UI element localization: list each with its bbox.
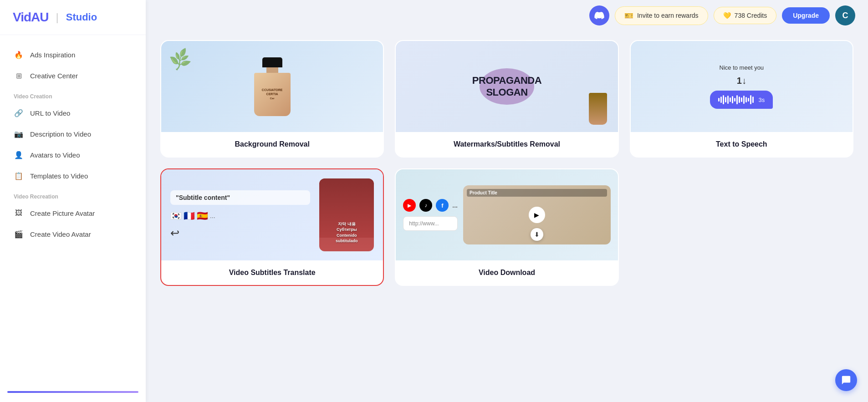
sidebar-accent-bar <box>7 391 138 393</box>
upgrade-button[interactable]: Upgrade <box>782 7 830 24</box>
video-avatar-icon: 🎬 <box>14 229 24 239</box>
discord-button[interactable] <box>589 5 609 25</box>
sidebar-item-label: Create Picture Avatar <box>30 209 95 217</box>
section-label-video-recreation: Video Recreation <box>7 186 138 203</box>
sidebar-item-label: URL to Video <box>30 109 70 117</box>
download-icon: ⬇ <box>531 228 543 241</box>
header: 🎫 Invite to earn rewards 💛 738 Credits U… <box>146 0 868 31</box>
tiktok-icon: ♪ <box>419 199 432 212</box>
tts-waveform <box>718 95 754 104</box>
sidebar-item-label: Avatars to Video <box>30 151 80 159</box>
credits-button[interactable]: 💛 738 Credits <box>714 7 777 24</box>
card-text-to-speech[interactable]: Nice to meet you 1↓ <box>630 40 853 158</box>
sidebar-item-creative-center[interactable]: ⊞ Creative Center <box>7 65 138 86</box>
ads-inspiration-icon: 🔥 <box>14 50 24 60</box>
card-video-subtitles-translate[interactable]: "Subtitle content" 🇰🇷 🇫🇷 🇪🇸 ... ↩ <box>160 168 384 286</box>
card-background-removal[interactable]: 🌿 CCUSIATORECERTIACer Background Removal <box>160 40 384 158</box>
sidebar-navigation: 🔥 Ads Inspiration ⊞ Creative Center Vide… <box>0 35 146 382</box>
sidebar-item-create-picture-avatar[interactable]: 🖼 Create Picture Avatar <box>7 203 138 224</box>
user-avatar[interactable]: C <box>835 5 855 25</box>
invite-rewards-button[interactable]: 🎫 Invite to earn rewards <box>615 6 708 25</box>
card-label-text-to-speech: Text to Speech <box>631 132 853 157</box>
sidebar-item-templates-to-video[interactable]: 📋 Templates to Video <box>7 165 138 186</box>
card-label-video-download: Video Download <box>396 260 618 285</box>
card-thumbnail-subtitles: "Subtitle content" 🇰🇷 🇫🇷 🇪🇸 ... ↩ <box>161 169 383 260</box>
description-icon: 📷 <box>14 129 24 139</box>
card-thumbnail-download: ▶ ♪ f ... http://www... Product Title ▶ … <box>396 169 618 260</box>
sidebar-item-url-to-video[interactable]: 🔗 URL to Video <box>7 102 138 123</box>
card-watermarks-removal[interactable]: PROPAGANDA SLOGAN Watermarks/Subtitles R… <box>395 40 618 158</box>
sidebar-item-create-video-avatar[interactable]: 🎬 Create Video Avatar <box>7 224 138 244</box>
more-icon: ... <box>452 202 458 209</box>
card-video-download[interactable]: ▶ ♪ f ... http://www... Product Title ▶ … <box>395 168 618 286</box>
card-thumbnail-bg-removal: 🌿 CCUSIATORECERTIACer <box>161 41 383 132</box>
sidebar-item-label: Create Video Avatar <box>30 230 91 238</box>
brand-logo: VidAU <box>13 10 49 25</box>
product-name: Studio <box>66 11 97 23</box>
sidebar-item-avatars-to-video[interactable]: 👤 Avatars to Video <box>7 144 138 165</box>
sidebar-item-description-to-video[interactable]: 📷 Description to Video <box>7 123 138 144</box>
sidebar: VidAU | Studio 🔥 Ads Inspiration ⊞ Creat… <box>0 0 146 402</box>
sidebar-item-label: Templates to Video <box>30 172 88 180</box>
cards-grid: 🌿 CCUSIATORECERTIACer Background Removal <box>160 40 853 286</box>
facebook-icon: f <box>436 199 449 212</box>
picture-avatar-icon: 🖼 <box>14 208 24 218</box>
card-label-watermarks-removal: Watermarks/Subtitles Removal <box>396 132 618 157</box>
invite-icon: 🎫 <box>624 11 633 20</box>
url-icon: 🔗 <box>14 108 24 118</box>
templates-icon: 📋 <box>14 171 24 181</box>
invite-label: Invite to earn rewards <box>637 12 699 19</box>
sidebar-item-label: Description to Video <box>30 130 91 138</box>
card-thumbnail-watermarks: PROPAGANDA SLOGAN <box>396 41 618 132</box>
download-thumbnail: Product Title ▶ ⬇ <box>463 185 611 244</box>
avatars-icon: 👤 <box>14 150 24 160</box>
sidebar-item-ads-inspiration[interactable]: 🔥 Ads Inspiration <box>7 44 138 65</box>
sidebar-item-label: Creative Center <box>30 72 78 80</box>
url-box: http://www... <box>403 216 458 231</box>
main-container: 🎫 Invite to earn rewards 💛 738 Credits U… <box>146 0 868 402</box>
sidebar-item-label: Ads Inspiration <box>30 51 75 59</box>
card-thumbnail-tts: Nice to meet you 1↓ <box>631 41 853 132</box>
card-label-background-removal: Background Removal <box>161 132 383 157</box>
creative-center-icon: ⊞ <box>14 71 24 81</box>
chat-button[interactable] <box>835 369 857 391</box>
main-content: 🌿 CCUSIATORECERTIACer Background Removal <box>146 31 868 402</box>
youtube-icon: ▶ <box>403 199 416 212</box>
sidebar-logo: VidAU | Studio <box>0 0 146 35</box>
card-label-subtitles-translate: Video Subtitles Translate <box>161 260 383 285</box>
credits-icon: 💛 <box>723 12 731 19</box>
credits-label: 738 Credits <box>735 12 767 19</box>
section-label-video-creation: Video Creation <box>7 86 138 102</box>
logo-divider: | <box>56 11 59 24</box>
